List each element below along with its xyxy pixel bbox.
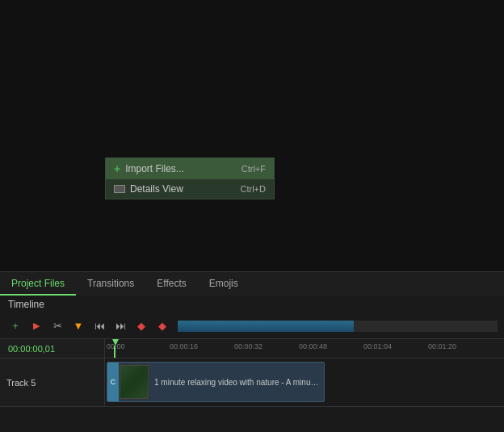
track-5-clip[interactable]: C 1 minute relaxing video with nature - … (107, 362, 325, 402)
progress-fill (178, 321, 354, 332)
ruler-mark-5: 00:01:20 (428, 342, 456, 350)
timeline-progress-bar[interactable] (178, 321, 498, 332)
preview-area: + Import Files... Ctrl+F Details View Ct… (0, 0, 504, 271)
back-button[interactable]: ▶ (27, 317, 45, 335)
add-button[interactable]: + (6, 317, 24, 335)
timeline-toolbar: + ▶ ✂ ▼ ⏮ ⏭ ◆ ◆ (0, 313, 504, 339)
timeline-label: Timeline (0, 296, 504, 313)
mark-out-button[interactable]: ◆ (153, 317, 171, 335)
mark-in-button[interactable]: ◆ (132, 317, 150, 335)
skip-forward-button[interactable]: ⏭ (111, 317, 129, 335)
ruler-mark-4: 00:01:04 (363, 342, 392, 350)
plus-icon: + (114, 162, 120, 175)
clip-title: 1 minute relaxing video with nature - A … (149, 378, 324, 387)
filter-button[interactable]: ▼ (69, 317, 87, 335)
context-menu: + Import Files... Ctrl+F Details View Ct… (105, 157, 275, 199)
import-files-menu-item[interactable]: + Import Files... Ctrl+F (106, 158, 274, 179)
ruler-time-display: 00:00:00,01 (0, 339, 105, 358)
tab-project-files[interactable]: Project Files (0, 272, 76, 296)
clip-marker: C (107, 363, 119, 401)
import-files-shortcut: Ctrl+F (242, 164, 266, 174)
track-5-content[interactable]: C 1 minute relaxing video with nature - … (105, 359, 504, 406)
ruler-mark-1: 00:00:16 (170, 342, 198, 350)
details-view-shortcut: Ctrl+D (241, 184, 266, 194)
timeline-ruler: 00:00:00,01 00:00 00:00:16 00:00:32 00:0… (0, 339, 504, 359)
cut-button[interactable]: ✂ (48, 317, 66, 335)
track-5-label: Track 5 (0, 359, 105, 406)
ruler-marks-area: 00:00 00:00:16 00:00:32 00:00:48 00:01:0… (105, 339, 504, 358)
skip-back-button[interactable]: ⏮ (90, 317, 108, 335)
clip-thumbnail (119, 364, 149, 400)
import-files-label: Import Files... (125, 163, 184, 174)
tabs-bar: Project Files Transitions Effects Emojis (0, 271, 504, 296)
ruler-mark-2: 00:00:32 (234, 342, 262, 350)
tab-transitions[interactable]: Transitions (76, 272, 145, 296)
details-view-menu-item[interactable]: Details View Ctrl+D (106, 179, 274, 199)
tab-emojis[interactable]: Emojis (198, 272, 250, 296)
details-icon (114, 185, 125, 193)
playhead-indicator[interactable] (110, 339, 118, 358)
thumbnail-image (120, 365, 149, 399)
ruler-mark-3: 00:00:48 (299, 342, 327, 350)
track-row-5: Track 5 C 1 minute relaxing video with n… (0, 359, 504, 407)
tab-effects[interactable]: Effects (145, 272, 197, 296)
details-view-label: Details View (130, 183, 183, 195)
